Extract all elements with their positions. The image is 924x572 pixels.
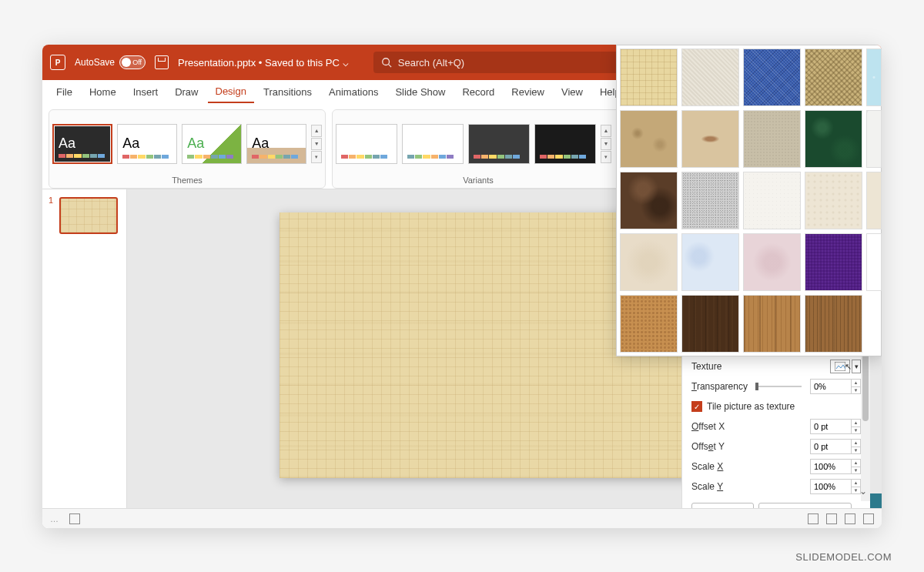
scale-x-label: Scale X (691, 461, 723, 472)
search-input[interactable]: Search (Alt+Q) (373, 52, 651, 73)
tab-review[interactable]: Review (504, 82, 552, 102)
view-sorter-icon[interactable] (826, 513, 837, 524)
view-reading-icon[interactable] (845, 513, 855, 524)
format-background-pane: Texture ↖ ▾ Transparency ▲▼ ✓ Tile pictu… (681, 349, 870, 527)
themes-group-label: Themes (52, 174, 322, 186)
tab-file[interactable]: File (49, 82, 80, 102)
slide-number: 1 (49, 196, 53, 234)
view-normal-icon[interactable] (808, 513, 819, 524)
texture-water-partial[interactable] (866, 49, 882, 106)
expand-icon[interactable]: ⌄ (859, 486, 867, 497)
autosave-label: AutoSave (75, 57, 115, 68)
autosave-group: AutoSave Off (75, 55, 146, 69)
powerpoint-window: P AutoSave Off Presentation.pptx • Saved… (42, 45, 882, 528)
svg-point-0 (383, 59, 390, 65)
tab-slide-show[interactable]: Slide Show (387, 82, 453, 102)
variant-3[interactable] (468, 124, 530, 164)
texture-newsprint[interactable] (743, 172, 801, 229)
offset-x-input[interactable] (810, 419, 852, 434)
variant-4[interactable] (534, 124, 596, 164)
texture-paper-bag[interactable] (620, 110, 678, 168)
texture-blank-partial[interactable] (866, 233, 882, 291)
texture-woven[interactable] (805, 49, 862, 106)
texture-medium-wood[interactable] (805, 295, 862, 353)
scale-x-input[interactable] (810, 459, 852, 474)
offset-y-label: Offset Y (691, 441, 725, 452)
theme-office-dark[interactable]: Aa (52, 124, 112, 164)
spin-arrows[interactable]: ▲▼ (852, 379, 861, 394)
texture-white-marble-partial[interactable] (866, 110, 882, 168)
texture-parchment[interactable] (620, 233, 678, 291)
chevron-down-icon: ⌵ (343, 57, 349, 69)
tab-insert[interactable]: Insert (126, 82, 166, 102)
texture-brown-marble[interactable] (620, 172, 678, 229)
texture-green-marble[interactable] (805, 110, 862, 168)
texture-granite[interactable] (681, 172, 739, 229)
view-slideshow-icon[interactable] (863, 513, 874, 524)
decoration (870, 493, 882, 508)
tab-draw[interactable]: Draw (167, 82, 206, 102)
theme-tan[interactable]: Aa (246, 124, 306, 164)
save-icon[interactable] (155, 55, 169, 69)
themes-scroll[interactable]: ▲▼▾ (311, 125, 322, 163)
texture-pink-tissue[interactable] (743, 233, 801, 291)
watermark: SLIDEMODEL.COM (795, 551, 892, 563)
transparency-slider[interactable] (755, 386, 802, 387)
variants-group-label: Variants (336, 174, 621, 186)
variant-1[interactable] (336, 124, 397, 164)
tile-label: Tile picture as texture (707, 401, 795, 412)
texture-gallery-popup (616, 45, 882, 356)
texture-blue-tissue[interactable] (681, 233, 739, 291)
texture-purple-mesh[interactable] (805, 233, 862, 291)
autosave-toggle[interactable]: Off (119, 55, 146, 69)
pane-scrollbar[interactable] (861, 349, 870, 501)
offset-y-input[interactable] (810, 439, 852, 454)
notes-icon[interactable] (69, 513, 80, 524)
scale-y-label: Scale Y (691, 481, 723, 492)
tab-transitions[interactable]: Transitions (256, 82, 320, 102)
tab-design[interactable]: Design (208, 81, 254, 103)
theme-white[interactable]: Aa (117, 124, 177, 164)
transparency-label: Transparency (691, 381, 748, 392)
slide-thumbnail-panel: 1 (42, 189, 127, 528)
offset-x-label: Offset X (691, 421, 725, 432)
powerpoint-icon: P (50, 55, 65, 70)
texture-dropdown-arrow[interactable]: ▾ (852, 360, 861, 373)
texture-oak[interactable] (743, 295, 801, 353)
themes-group: Aa Aa Aa Aa ▲▼▾ Themes (49, 109, 326, 189)
texture-picker-button[interactable]: ↖ (830, 360, 850, 373)
tab-view[interactable]: View (554, 82, 591, 102)
theme-green[interactable]: Aa (182, 124, 242, 164)
tab-home[interactable]: Home (82, 82, 124, 102)
transparency-input[interactable] (810, 379, 852, 394)
svg-line-1 (388, 65, 391, 68)
search-icon (381, 57, 392, 68)
texture-recycled-partial[interactable] (866, 172, 882, 229)
tab-record[interactable]: Record (454, 82, 502, 102)
scale-y-input[interactable] (810, 479, 852, 494)
texture-sand[interactable] (743, 110, 801, 168)
texture-label: Texture (691, 361, 721, 372)
texture-canvas[interactable] (681, 49, 739, 106)
slide-thumbnail-1[interactable] (59, 197, 118, 234)
tile-checkbox[interactable]: ✓ (691, 401, 702, 412)
variants-scroll[interactable]: ▲▼▾ (601, 125, 611, 163)
variant-2[interactable] (402, 124, 464, 164)
status-left: … (50, 514, 59, 523)
document-title[interactable]: Presentation.pptx • Saved to this PC ⌵ (178, 57, 349, 69)
texture-cork[interactable] (620, 295, 678, 353)
texture-walnut[interactable] (681, 295, 739, 353)
texture-recycled[interactable] (805, 172, 862, 229)
variants-group: ▲▼▾ Variants (332, 109, 624, 189)
texture-papyrus[interactable] (620, 49, 678, 106)
texture-denim[interactable] (743, 49, 801, 106)
texture-fossil[interactable] (681, 110, 739, 168)
tab-animations[interactable]: Animations (321, 82, 386, 102)
status-bar: … (42, 508, 882, 528)
